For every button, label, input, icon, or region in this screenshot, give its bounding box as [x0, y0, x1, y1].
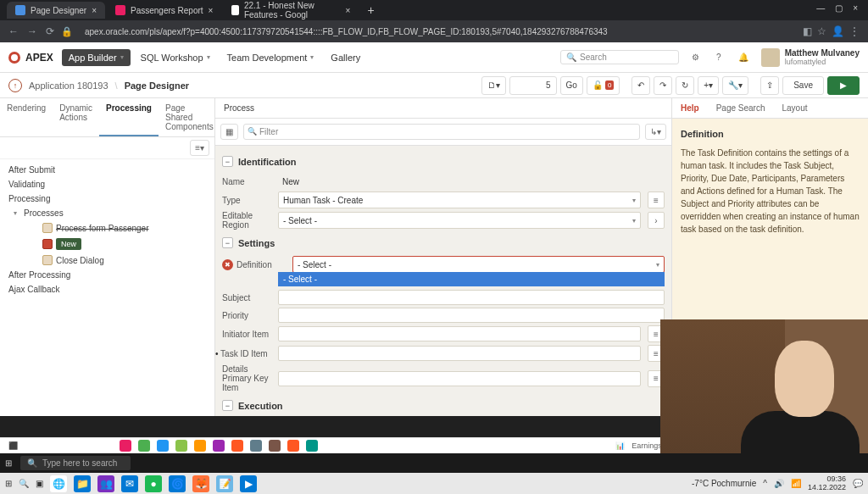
firefox-icon[interactable]: 🦊 — [192, 475, 209, 492]
input-priority[interactable] — [278, 308, 665, 323]
breadcrumb-app[interactable]: Application 180193 — [29, 80, 108, 91]
start-icon[interactable]: ⊞ — [5, 479, 12, 488]
app-icon[interactable] — [120, 440, 131, 452]
app-icon[interactable] — [269, 440, 281, 452]
view-icon[interactable]: ⬛ — [8, 441, 18, 450]
help-icon[interactable]: ? — [712, 50, 726, 64]
create-button[interactable]: +▾ — [698, 76, 719, 95]
grid-layout-tab[interactable]: Process — [215, 98, 671, 119]
select-type[interactable]: Human Task - Create▾ — [278, 191, 641, 208]
page-selector-icon[interactable]: 🗋▾ — [481, 76, 506, 95]
clock[interactable]: 09:3614.12.2022 — [808, 475, 846, 492]
user-menu[interactable]: Matthew Mulvaney lufomattyled — [761, 48, 860, 67]
chrome-icon[interactable]: 🌐 — [50, 475, 67, 492]
forward-icon[interactable]: → — [27, 25, 37, 37]
pin-button[interactable]: ↳▾ — [645, 124, 666, 140]
filter-input[interactable]: 🔍Filter — [243, 124, 640, 140]
app-icon[interactable] — [138, 440, 150, 452]
back-icon[interactable]: ← — [8, 25, 19, 37]
tree-ajax-callback[interactable]: Ajax Callback — [0, 282, 214, 297]
redo-all-button[interactable]: ↻ — [676, 76, 694, 95]
tab-page-search[interactable]: Page Search — [708, 98, 774, 118]
lock-icon[interactable]: 🔒 — [61, 26, 73, 37]
taskbar-search[interactable]: 🔍Type here to search — [20, 456, 131, 470]
menu-app-builder[interactable]: App Builder▾ — [62, 49, 131, 66]
tab-rendering[interactable]: Rendering — [0, 98, 53, 136]
undo-button[interactable]: ↶ — [632, 76, 650, 95]
app-icon[interactable] — [157, 440, 169, 452]
app-icon[interactable] — [287, 440, 299, 452]
volume-icon[interactable]: 🔊 — [774, 479, 784, 488]
bell-icon[interactable]: 🔔 — [734, 50, 753, 64]
search-icon[interactable]: 🔍 — [19, 479, 29, 488]
utilities-button[interactable]: 🔧▾ — [722, 76, 748, 95]
admin-icon[interactable]: ⚙ — [687, 50, 704, 64]
input-initiator[interactable] — [278, 326, 641, 341]
tree-after-submit[interactable]: After Submit — [0, 163, 214, 177]
close-icon[interactable]: × — [209, 6, 214, 15]
reload-icon[interactable]: ⟳ — [46, 25, 54, 37]
input-taskid[interactable] — [278, 346, 641, 361]
extension-icon[interactable]: ◧ — [803, 25, 812, 37]
redo-button[interactable]: ↷ — [654, 76, 672, 95]
dropdown-option-select[interactable]: - Select - — [278, 272, 665, 286]
tab-layout[interactable]: Layout — [774, 98, 816, 118]
save-button[interactable]: Save — [782, 76, 824, 95]
menu-sql-workshop[interactable]: SQL Workshop▾ — [134, 49, 217, 66]
browser-tab[interactable]: 22.1 - Honest New Features - Googl× — [223, 0, 359, 23]
section-identification[interactable]: −Identification — [222, 151, 665, 172]
menu-team-dev[interactable]: Team Development▾ — [220, 49, 321, 66]
input-details[interactable] — [278, 371, 641, 386]
select-editable[interactable]: - Select -▾ — [278, 212, 641, 229]
menu-icon[interactable]: ⋮ — [849, 25, 860, 37]
app-icon[interactable] — [194, 440, 206, 452]
app-icon[interactable] — [306, 440, 318, 452]
select-definition[interactable]: - Select -▾ — [292, 256, 665, 273]
menu-gallery[interactable]: Gallery — [324, 49, 367, 66]
tree-new[interactable]: New — [0, 236, 214, 253]
tab-dynamic-actions[interactable]: Dynamic Actions — [53, 98, 99, 136]
browser-tab[interactable]: Passengers Report× — [107, 2, 221, 19]
tree-processing[interactable]: Processing — [0, 191, 214, 206]
explorer-icon[interactable]: 📁 — [74, 475, 91, 492]
input-subject[interactable] — [278, 290, 665, 305]
run-button[interactable]: ▶ — [827, 76, 860, 95]
value-name[interactable]: New — [278, 175, 665, 189]
share-button[interactable]: ⇪ — [760, 76, 779, 95]
section-execution[interactable]: −Execution — [222, 395, 665, 416]
show-common-button[interactable]: ▦ — [220, 124, 238, 140]
app-icon[interactable] — [231, 440, 243, 452]
tree-validating[interactable]: Validating — [0, 177, 214, 191]
tree-collapse-button[interactable]: ≡▾ — [190, 140, 209, 156]
mail-icon[interactable]: ✉ — [121, 475, 138, 492]
star-icon[interactable]: ☆ — [817, 25, 826, 37]
section-settings[interactable]: −Settings — [222, 232, 665, 253]
wifi-icon[interactable]: 📶 — [791, 479, 801, 488]
taskview-icon[interactable]: ▣ — [36, 479, 43, 488]
apex-logo[interactable]: APEX — [8, 52, 53, 64]
browser-tab[interactable]: Page Designer× — [7, 2, 105, 19]
new-tab-button[interactable]: + — [360, 3, 381, 17]
close-icon[interactable]: × — [853, 3, 858, 13]
app-icon[interactable] — [213, 440, 225, 452]
tab-help[interactable]: Help — [672, 98, 708, 118]
tray-caret-icon[interactable]: ^ — [763, 479, 767, 488]
tab-processing[interactable]: Processing — [99, 98, 159, 136]
tree-process-form[interactable]: Process form Passenger — [0, 220, 214, 236]
maximize-icon[interactable]: ▢ — [835, 3, 843, 13]
app-icon[interactable] — [175, 440, 187, 452]
user-icon[interactable]: 👤 — [832, 25, 844, 37]
lock-button[interactable]: 🔓0 — [587, 76, 620, 95]
url-input[interactable]: apex.oracle.com/pls/apex/f?p=4000:4500:1… — [80, 25, 796, 38]
page-number-input[interactable]: 5 — [509, 76, 557, 95]
spotify-icon[interactable]: ● — [145, 475, 162, 492]
global-search[interactable]: 🔍Search — [560, 50, 679, 64]
go-button[interactable]: › — [648, 212, 665, 229]
teams-icon[interactable]: 👥 — [97, 475, 114, 492]
app-icon[interactable] — [250, 440, 262, 452]
notepad-icon[interactable]: 📝 — [216, 475, 233, 492]
tree-close-dialog[interactable]: Close Dialog — [0, 253, 214, 268]
notification-icon[interactable]: 💬 — [853, 479, 863, 488]
weather-widget[interactable]: -7°C Pochmurnie — [692, 479, 756, 488]
minimize-icon[interactable]: — — [816, 3, 825, 13]
